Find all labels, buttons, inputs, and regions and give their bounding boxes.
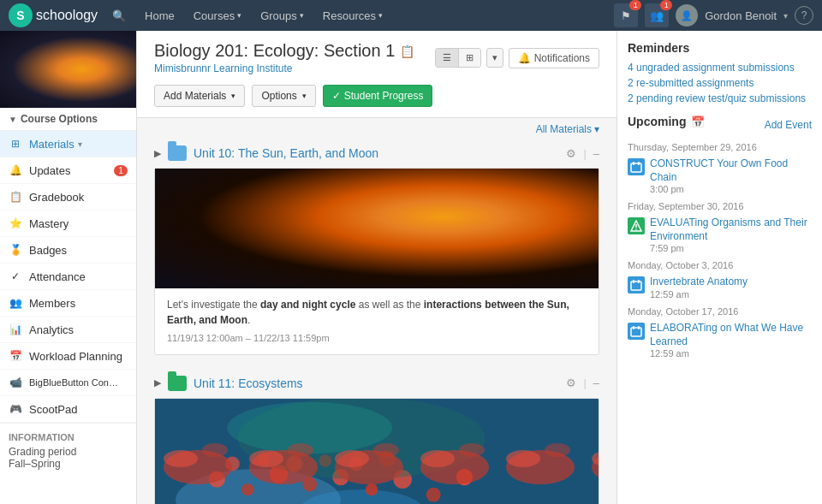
event-icon-1 [628, 217, 645, 234]
help-button[interactable]: ? [795, 6, 813, 25]
page-title: Biology 201: Ecology: Section 1 📋 [154, 41, 414, 61]
unit-11-toggle[interactable]: ▶ [154, 377, 161, 388]
edit-title-icon[interactable]: 📋 [400, 44, 414, 58]
date-divider-3: Monday, October 17, 2016 [628, 306, 812, 317]
top-navigation: S schoology 🔍 Home Courses ▾ Groups ▾ Re… [0, 0, 822, 31]
sidebar-item-updates[interactable]: 🔔 Updates 1 [0, 157, 136, 184]
nav-courses[interactable]: Courses ▾ [185, 0, 250, 31]
sidebar-item-label: Analytics [29, 323, 74, 336]
unit-10-image [155, 169, 599, 288]
unit-10-text-2: as well as the [355, 299, 423, 311]
nav-home[interactable]: Home [136, 0, 183, 31]
nav-groups[interactable]: Groups ▾ [252, 0, 313, 31]
unit-11-title[interactable]: Unit 11: Ecosystems [194, 377, 559, 390]
unit-10-header[interactable]: ▶ Unit 10: The Sun, Earth, and Moon ⚙ | … [154, 139, 599, 168]
options-button[interactable]: Options ▾ [252, 85, 315, 107]
student-progress-button[interactable]: ✓ Student Progress [323, 85, 433, 107]
reminder-item-0[interactable]: 4 ungraded assignment submissions [628, 62, 812, 74]
event-time-1: 7:59 pm [650, 243, 812, 253]
sidebar-item-members[interactable]: 👥 Members [0, 290, 136, 317]
notifications-people-button[interactable]: 👥 1 [645, 3, 669, 27]
unit-10-block: ▶ Unit 10: The Sun, Earth, and Moon ⚙ | … [154, 139, 599, 355]
scootpad-icon: 🎮 [9, 402, 22, 416]
unit-11-divider: | [583, 377, 586, 389]
members-icon: 👥 [9, 296, 22, 310]
all-materials-link[interactable]: All Materials [536, 123, 592, 135]
unit-10-divider: | [583, 147, 586, 160]
svg-point-4 [241, 483, 253, 495]
sidebar-item-label: Materials [29, 138, 74, 151]
event-time-2: 12:59 am [650, 289, 748, 299]
notifications-flag-button[interactable]: ⚑ 1 [614, 3, 638, 27]
svg-point-16 [348, 456, 363, 471]
sidebar-item-workload[interactable]: 📅 Workload Planning [0, 343, 136, 370]
sidebar-item-scootpad[interactable]: 🎮 ScootPad [0, 396, 136, 423]
sidebar-item-materials[interactable]: ⊞ Materials ▾ [0, 131, 136, 157]
logo[interactable]: S schoology [9, 3, 98, 27]
event-item-2: Invertebrate Anatomy 12:59 am [628, 276, 812, 299]
sidebar-item-analytics[interactable]: 📊 Analytics [0, 317, 136, 343]
search-icon[interactable]: 🔍 [110, 7, 128, 24]
page-header: Biology 201: Ecology: Section 1 📋 Mimisb… [137, 31, 616, 118]
date-divider-2: Monday, October 3, 2016 [628, 260, 812, 270]
upcoming-title: Upcoming 📅 [628, 115, 705, 128]
upcoming-label: Upcoming [628, 115, 686, 128]
course-image-inner [0, 31, 136, 108]
svg-rect-26 [631, 282, 641, 290]
nav-resources[interactable]: Resources ▾ [314, 0, 391, 31]
course-options-toggle[interactable]: ▼ Course Options [0, 108, 136, 131]
sidebar: ▼ Course Options ⊞ Materials ▾ 🔔 Updates… [0, 31, 137, 504]
event-title-3[interactable]: ELABORATing on What We Have Learned [650, 322, 812, 348]
school-name[interactable]: Mimisbrunnr Learning Institute [154, 62, 414, 74]
student-progress-label: Student Progress [344, 90, 424, 102]
unit-10-more[interactable]: – [593, 147, 599, 160]
add-event-link[interactable]: Add Event [765, 119, 812, 131]
reminder-item-1[interactable]: 2 re-submitted assignments [628, 77, 812, 89]
svg-point-5 [270, 465, 289, 483]
sidebar-item-bigblue[interactable]: 📹 BigBlueButton Confer... [0, 370, 136, 396]
username-label[interactable]: Gordon Benoit [705, 9, 777, 22]
unit-11-gear[interactable]: ⚙ [566, 377, 576, 389]
event-text-2: Invertebrate Anatomy 12:59 am [650, 276, 748, 299]
view-list-button[interactable]: ☰ [436, 49, 459, 67]
flag-icon: ⚑ [621, 9, 631, 22]
view-arrow-button[interactable]: ▾ [486, 48, 503, 68]
event-icon-0 [628, 158, 645, 175]
event-title-1[interactable]: EVALUATing Organisms and Their Environme… [650, 216, 812, 243]
avatar[interactable]: 👤 [676, 4, 698, 27]
badges-icon: 🏅 [9, 243, 22, 257]
unit-10-title[interactable]: Unit 10: The Sun, Earth, and Moon [194, 146, 559, 160]
add-materials-button[interactable]: Add Materials ▾ [154, 85, 245, 107]
unit-11-body [154, 398, 599, 505]
notifications-button[interactable]: 🔔 Student Progress Notifications [509, 48, 599, 68]
sidebar-item-attendance[interactable]: ✓ Attendance [0, 264, 136, 290]
view-grid-button[interactable]: ⊞ [459, 49, 480, 67]
avatar-icon: 👤 [681, 10, 693, 21]
event-time-3: 12:59 am [650, 348, 812, 359]
sidebar-item-mastery[interactable]: ⭐ Mastery [0, 210, 136, 237]
unit-11-header[interactable]: ▶ Unit 11: Ecosystems ⚙ | – [154, 369, 599, 398]
updates-badge: 1 [114, 165, 128, 176]
flag-badge: 1 [629, 0, 641, 10]
svg-point-6 [302, 477, 317, 491]
all-materials-bar: All Materials ▾ [154, 118, 599, 139]
svg-point-3 [209, 471, 225, 487]
unit-11-image [155, 399, 599, 505]
reminder-item-2[interactable]: 2 pending review test/quiz submissions [628, 92, 812, 104]
sidebar-item-badges[interactable]: 🏅 Badges [0, 237, 136, 264]
username-arrow[interactable]: ▾ [783, 11, 788, 21]
unit-11-more[interactable]: – [593, 377, 599, 389]
workload-icon: 📅 [9, 349, 22, 363]
all-materials-caret[interactable]: ▾ [594, 123, 599, 135]
event-title-2[interactable]: Invertebrate Anatomy [650, 276, 748, 289]
sidebar-item-gradebook[interactable]: 📋 Gradebook [0, 184, 136, 210]
unit-10-toggle[interactable]: ▶ [154, 148, 161, 159]
logo-text: schoology [36, 8, 98, 23]
unit-10-bold-1: day and night cycle [260, 299, 355, 311]
svg-point-13 [257, 452, 269, 464]
unit-10-gear[interactable]: ⚙ [566, 147, 576, 160]
event-title-0[interactable]: CONSTRUCT Your Own Food Chain [650, 157, 812, 184]
date-divider-0: Thursday, September 29, 2016 [628, 142, 812, 152]
attendance-icon: ✓ [9, 270, 22, 283]
page-layout: ▼ Course Options ⊞ Materials ▾ 🔔 Updates… [0, 31, 822, 504]
